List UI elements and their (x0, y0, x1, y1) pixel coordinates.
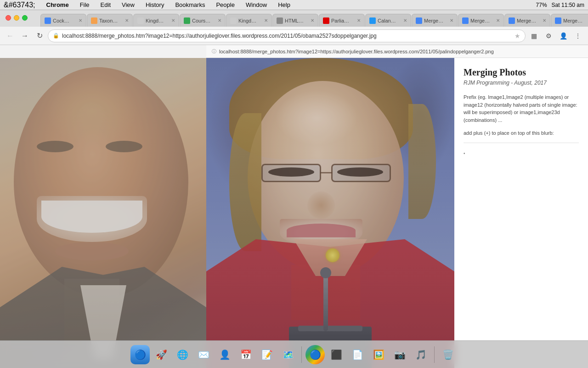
tab-label-6: HTML… (285, 18, 304, 23)
menubar-edit[interactable]: Edit (99, 1, 113, 8)
menu-button[interactable]: ⋮ (571, 29, 584, 42)
cast-button[interactable]: ▦ (527, 29, 540, 42)
dock-notes[interactable]: 📝 (257, 345, 277, 364)
page-subtitle: RJM Programming - August, 2017 (464, 80, 579, 86)
tab-label-4: Cours… (192, 18, 210, 23)
popup-url-text: localhost:8888/merge_photos.htm?image12=… (219, 49, 494, 54)
tab-close-10[interactable]: ✕ (496, 18, 500, 23)
dock-preview[interactable]: 🖼️ (369, 345, 388, 364)
tab-close-9[interactable]: ✕ (450, 18, 453, 23)
toolbar: ← → ↻ 🔒 localhost:8888/merge_photos.htm?… (0, 27, 588, 45)
dock-chrome[interactable]: 🔵 (305, 345, 325, 364)
dock-mail[interactable]: ✉️ (194, 345, 213, 364)
tab-favicon-6 (277, 17, 283, 24)
maximize-button[interactable] (22, 15, 28, 21)
page-title: Merging Photos (464, 67, 579, 78)
tab-4[interactable]: Cours… ✕ (180, 14, 226, 27)
chrome-window: Cock… ✕ Taxon… ✕ Kingd… ✕ Cours… ✕ (0, 10, 588, 368)
dock-itunes[interactable]: 🎵 (411, 345, 430, 364)
image-right-palin (206, 58, 454, 368)
extensions-button[interactable]: ⚙ (542, 29, 555, 42)
url-text: localhost:8888/merge_photos.htm?image12=… (62, 33, 512, 39)
tab-3[interactable]: Kingd… ✕ (133, 14, 179, 27)
menubar-people[interactable]: People (214, 1, 236, 8)
traffic-lights (6, 15, 28, 21)
menubar-battery: 77% (536, 2, 547, 8)
menubar-view[interactable]: View (120, 1, 136, 8)
tab-favicon-1 (45, 17, 51, 24)
close-button[interactable] (6, 15, 11, 21)
menubar-bookmarks[interactable]: Bookmarks (173, 1, 207, 8)
tab-close-11[interactable]: ✕ (543, 18, 546, 23)
menubar-status-area: 77% Sat 11:50 am (536, 2, 584, 8)
minimize-button[interactable] (14, 15, 19, 21)
content-area: Merging Photos RJM Programming - August,… (0, 58, 588, 368)
tab-favicon-7 (323, 17, 329, 24)
tab-favicon-2 (91, 17, 97, 24)
tab-close-8[interactable]: ✕ (403, 18, 407, 23)
menubar: &#63743; Chrome File Edit View History B… (0, 0, 588, 10)
tab-close-7[interactable]: ✕ (357, 18, 361, 23)
account-button[interactable]: 👤 (557, 29, 570, 42)
dock-photos[interactable]: 📷 (390, 345, 409, 364)
forward-button[interactable]: → (18, 29, 31, 42)
tab-close-5[interactable]: ✕ (264, 18, 268, 23)
bookmark-star-icon[interactable]: ★ (514, 32, 520, 40)
tab-5[interactable]: Kingd… ✕ (226, 14, 272, 27)
divider (464, 143, 579, 143)
menubar-file[interactable]: File (78, 1, 91, 8)
tab-label-5: Kingd… (238, 18, 256, 23)
popup-url-bar: ⓘ localhost:8888/merge_photos.htm?image1… (206, 45, 588, 58)
tab-1[interactable]: Cock… ✕ (40, 14, 86, 27)
dock-launchpad[interactable]: 🚀 (152, 345, 171, 364)
address-bar[interactable]: 🔒 localhost:8888/merge_photos.htm?image1… (48, 29, 526, 42)
dock-textedit[interactable]: 📄 (348, 345, 367, 364)
tab-favicon-10 (462, 17, 469, 24)
tab-11[interactable]: Merge… ✕ (504, 14, 550, 27)
tab-close-4[interactable]: ✕ (218, 18, 221, 23)
apple-menu-icon[interactable]: &#63743; (4, 1, 35, 9)
menubar-window[interactable]: Window (244, 1, 269, 8)
info-panel: Merging Photos RJM Programming - August,… (454, 58, 588, 368)
tab-label-11: Merge… (517, 18, 536, 23)
tab-favicon-4 (184, 17, 190, 24)
tab-9[interactable]: Merge… ✕ (412, 14, 458, 27)
dot-indicator: • (464, 151, 465, 156)
dock-contacts[interactable]: 👤 (215, 345, 234, 364)
tab-8[interactable]: Calan… ✕ (365, 14, 411, 27)
tab-favicon-3 (137, 17, 144, 24)
dock-finder[interactable]: 🔵 (130, 345, 150, 364)
back-button[interactable]: ← (4, 29, 17, 42)
dock-maps[interactable]: 🗺️ (278, 345, 298, 364)
dock: 🔵 🚀 🌐 ✉️ 👤 📅 📝 🗺️ 🔵 ⬛ 📄 🖼️ 📷 🎵 🗑️ (0, 340, 588, 368)
tab-label-10: Merge… (470, 18, 490, 23)
info-body-2: add plus (+) to place on top of this blu… (464, 129, 579, 137)
title-bar: Cock… ✕ Taxon… ✕ Kingd… ✕ Cours… ✕ (0, 10, 588, 27)
tab-close-6[interactable]: ✕ (311, 18, 314, 23)
tab-close-3[interactable]: ✕ (171, 18, 175, 23)
tab-favicon-11 (509, 17, 515, 24)
tab-label-1: Cock… (53, 18, 69, 23)
tab-label-3: Kingd… (146, 18, 164, 23)
dock-separator-2 (434, 346, 435, 363)
reload-button[interactable]: ↻ (33, 29, 46, 42)
tab-2[interactable]: Taxon… ✕ (87, 14, 133, 27)
tab-10[interactable]: Merge… ✕ (458, 14, 504, 27)
tab-favicon-5 (230, 17, 237, 24)
tabs-row: Cock… ✕ Taxon… ✕ Kingd… ✕ Cours… ✕ (40, 14, 588, 27)
menubar-help[interactable]: Help (276, 1, 292, 8)
menubar-chrome[interactable]: Chrome (45, 1, 71, 8)
tab-label-8: Calan… (378, 18, 396, 23)
right-panel: Merging Photos RJM Programming - August,… (206, 58, 588, 368)
dock-safari[interactable]: 🌐 (173, 345, 192, 364)
blurb-area: • (464, 149, 579, 157)
tab-close-1[interactable]: ✕ (79, 18, 82, 23)
tab-close-2[interactable]: ✕ (125, 18, 129, 23)
dock-terminal[interactable]: ⬛ (327, 345, 346, 364)
tab-12[interactable]: Merge… ✕ (551, 14, 588, 27)
tab-6[interactable]: HTML… ✕ (272, 14, 318, 27)
tab-7[interactable]: Parlia… ✕ (319, 14, 365, 27)
menubar-history[interactable]: History (144, 1, 166, 8)
dock-trash[interactable]: 🗑️ (438, 345, 458, 364)
dock-calendar[interactable]: 📅 (236, 345, 255, 364)
